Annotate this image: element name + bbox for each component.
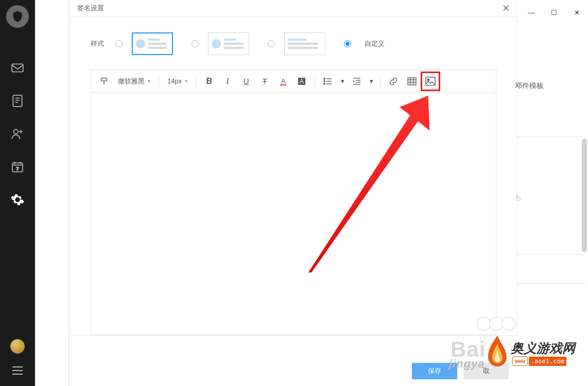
font-color-button[interactable]: A [275, 74, 291, 89]
svg-text:A: A [281, 77, 286, 85]
close-button[interactable]: ✕ [565, 0, 588, 25]
minimize-button[interactable]: — [520, 0, 543, 25]
style-label: 样式 [91, 39, 104, 48]
svg-text:A: A [300, 78, 304, 85]
svg-rect-7 [280, 84, 286, 85]
svg-rect-5 [101, 78, 107, 80]
underline-button[interactable]: U [238, 74, 254, 89]
mail-icon[interactable] [0, 51, 35, 84]
format-painter-icon[interactable] [96, 74, 112, 89]
editor-toolbar: 微软雅黑 ▾ 14px ▾ B I U T A A ▾ [91, 70, 496, 93]
logo-url-text: .aoe1.com [529, 357, 566, 366]
maximize-button[interactable]: ☐ [543, 0, 565, 25]
watermark-paw-icon [479, 317, 516, 331]
style-radio-3[interactable] [268, 40, 275, 47]
strikethrough-button[interactable]: T [257, 74, 272, 89]
chevron-down-icon: ▾ [148, 78, 150, 84]
link-button[interactable] [386, 74, 401, 89]
vertical-divider [68, 0, 69, 386]
svg-point-15 [427, 79, 429, 81]
logo-title: 奥义游戏网 [511, 340, 575, 357]
editor-textarea[interactable] [91, 93, 496, 335]
style-radio-2[interactable] [192, 40, 199, 47]
style-radio-1[interactable] [115, 40, 123, 47]
list-button[interactable] [320, 74, 336, 89]
dialog-close-button[interactable]: ✕ [502, 3, 510, 14]
svg-point-11 [324, 80, 325, 81]
style-thumb-2[interactable] [208, 32, 249, 55]
table-button[interactable] [404, 74, 420, 89]
svg-text:7: 7 [16, 166, 19, 171]
style-thumb-3[interactable] [284, 32, 325, 55]
svg-point-12 [324, 83, 325, 84]
app-sidebar: 7 [0, 0, 35, 386]
style-row: 样式 自定 [70, 17, 517, 69]
editor: 微软雅黑 ▾ 14px ▾ B I U T A A ▾ [91, 69, 496, 335]
logo-url-prefix: www [512, 356, 528, 366]
list-dropdown[interactable]: ▾ [339, 74, 346, 89]
font-size-value: 14px [167, 77, 182, 85]
svg-rect-1 [13, 95, 22, 107]
indent-button[interactable] [349, 74, 365, 89]
svg-rect-14 [426, 77, 435, 85]
font-family-value: 微软雅黑 [118, 77, 145, 86]
highlight-button[interactable]: A [294, 74, 309, 89]
dialog-header: 签名设置 ✕ [70, 0, 517, 17]
window-controls: — ☐ ✕ [520, 0, 588, 25]
custom-label: 自定义 [365, 39, 385, 48]
font-family-select[interactable]: 微软雅黑 ▾ [115, 74, 153, 89]
right-text-fragment: ち [515, 193, 522, 202]
svg-point-2 [13, 129, 18, 134]
contact-icon[interactable] [0, 117, 35, 150]
svg-rect-13 [408, 78, 416, 85]
bold-button[interactable]: B [201, 74, 217, 89]
logo-flame-icon [484, 335, 511, 371]
watermark-text-2: jingya [449, 357, 485, 371]
note-icon[interactable] [0, 84, 35, 117]
divider [517, 283, 585, 284]
italic-button[interactable]: I [220, 74, 235, 89]
calendar-icon[interactable]: 7 [0, 150, 35, 183]
logo-url: www .aoe1.com [512, 356, 566, 366]
style-radio-custom[interactable] [344, 40, 351, 47]
dialog-title: 签名设置 [77, 4, 104, 13]
divider [517, 254, 585, 255]
indent-dropdown[interactable]: ▾ [368, 74, 375, 89]
style-thumb-1[interactable] [132, 32, 173, 55]
hamburger-icon[interactable] [11, 366, 24, 377]
settings-icon[interactable] [0, 183, 35, 216]
svg-point-10 [324, 78, 325, 79]
font-size-select[interactable]: 14px ▾ [164, 74, 191, 89]
coin-icon[interactable] [10, 339, 25, 354]
chevron-down-icon: ▾ [185, 78, 187, 84]
scrollbar-thumb[interactable] [582, 139, 587, 252]
template-label[interactable]: 邓件模板 [515, 81, 544, 91]
divider [517, 136, 585, 137]
svg-rect-0 [12, 64, 23, 72]
avatar[interactable] [6, 5, 29, 28]
signature-settings-dialog: 签名设置 ✕ 样式 [70, 0, 517, 336]
insert-image-button[interactable] [423, 74, 438, 89]
